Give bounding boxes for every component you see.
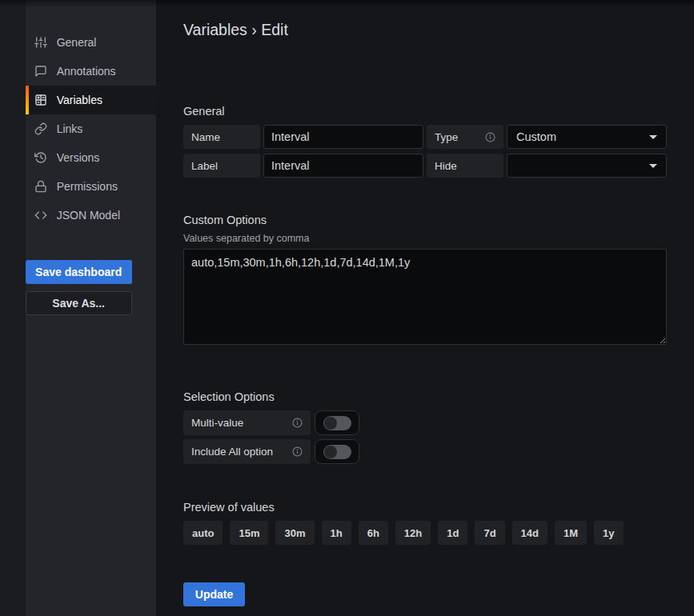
sidebar-item-label: Permissions: [57, 180, 118, 193]
general-form: Name Type Custom Label: [183, 125, 667, 178]
history-icon: [34, 151, 47, 164]
update-button[interactable]: Update: [183, 582, 245, 606]
settings-nav: General Annotations Variables Links: [26, 28, 156, 230]
variables-edit-panel: Variables › Edit General Name Type Custo…: [156, 0, 694, 616]
preview-chip: 12h: [395, 521, 431, 545]
preview-chip: 15m: [230, 521, 268, 545]
toggle-knob: [324, 446, 337, 458]
include-all-label-text: Include All option: [191, 446, 273, 458]
calculator-icon: [34, 94, 47, 106]
custom-options-textarea[interactable]: auto,15m,30m,1h,6h,12h,1d,7d,14d,1M,1y: [183, 249, 667, 345]
sidebar-item-label: Variables: [57, 94, 102, 106]
save-dashboard-button[interactable]: Save dashboard: [26, 260, 132, 284]
hide-field-label-text: Hide: [435, 160, 457, 172]
form-row: Label Hide: [183, 154, 667, 178]
include-all-toggle[interactable]: [315, 439, 359, 464]
hide-select[interactable]: [507, 154, 667, 178]
toggle-knob: [324, 417, 337, 430]
sidebar-item-annotations[interactable]: Annotations: [26, 57, 156, 86]
settings-sidebar: General Annotations Variables Links: [26, 0, 156, 616]
sidebar-actions: Save dashboard Save As...: [26, 260, 132, 315]
type-select[interactable]: Custom: [507, 125, 667, 149]
caret-down-icon: [649, 164, 657, 168]
type-select-value: Custom: [516, 130, 556, 143]
breadcrumb-separator: ›: [251, 21, 257, 38]
sidebar-item-label: JSON Model: [57, 209, 120, 222]
label-field-label: Label: [183, 154, 260, 178]
sidebar-item-json-model[interactable]: JSON Model: [26, 201, 156, 230]
preview-chip: 7d: [475, 521, 504, 545]
sidebar-item-label: Annotations: [57, 65, 116, 78]
label-field-label-text: Label: [191, 160, 218, 172]
breadcrumb-edit: Edit: [261, 21, 288, 38]
include-all-label: Include All option: [183, 439, 311, 464]
multi-value-row: Multi-value: [183, 410, 667, 435]
selection-options-heading: Selection Options: [183, 390, 667, 404]
toggle-track: [323, 445, 351, 459]
name-field-label-text: Name: [191, 131, 220, 143]
save-as-button[interactable]: Save As...: [26, 291, 132, 315]
preview-chip: 6h: [359, 521, 388, 545]
include-all-row: Include All option: [183, 439, 667, 464]
sidebar-item-label: Links: [57, 122, 83, 135]
preview-chip: 1y: [594, 521, 623, 545]
sidebar-item-general[interactable]: General: [26, 28, 156, 57]
preview-chip: 1M: [555, 521, 587, 545]
custom-options-sublabel: Values separated by comma: [183, 233, 667, 245]
info-icon: [292, 418, 303, 428]
preview-heading: Preview of values: [183, 501, 667, 514]
breadcrumb-variables[interactable]: Variables: [183, 21, 247, 38]
sliders-icon: [34, 36, 47, 49]
general-section-heading: General: [183, 105, 667, 118]
preview-chip: 30m: [275, 521, 314, 545]
preview-chip: auto: [183, 521, 223, 545]
sidebar-item-label: General: [57, 36, 97, 49]
name-field-label: Name: [183, 125, 260, 149]
selection-options-form: Multi-value Include All option: [183, 410, 667, 464]
sidebar-item-versions[interactable]: Versions: [26, 143, 156, 172]
preview-values: auto 15m 30m 1h 6h 12h 1d 7d 14d 1M 1y: [183, 521, 667, 545]
info-icon: [292, 446, 303, 457]
custom-options-heading: Custom Options: [183, 214, 667, 227]
multi-value-label-text: Multi-value: [191, 417, 243, 429]
sidebar-item-links[interactable]: Links: [26, 114, 156, 143]
multi-value-toggle[interactable]: [315, 410, 359, 435]
link-icon: [34, 122, 47, 135]
name-input[interactable]: [263, 125, 423, 149]
hide-field-label: Hide: [427, 154, 503, 178]
lock-icon: [34, 180, 47, 193]
sidebar-item-permissions[interactable]: Permissions: [26, 172, 156, 201]
code-brackets-icon: [34, 209, 47, 222]
toggle-track: [323, 416, 351, 430]
label-input[interactable]: [263, 154, 423, 178]
page-title: Variables › Edit: [183, 21, 667, 39]
type-field-label-text: Type: [435, 131, 458, 143]
dashboard-settings-page: General Annotations Variables Links: [0, 0, 694, 616]
comment-icon: [34, 65, 47, 78]
info-icon: [485, 132, 495, 142]
multi-value-label: Multi-value: [183, 410, 311, 435]
sidebar-item-label: Versions: [57, 151, 100, 164]
preview-chip: 1d: [438, 521, 467, 545]
form-row: Name Type Custom: [183, 125, 667, 149]
preview-chip: 1h: [322, 521, 351, 545]
preview-chip: 14d: [512, 521, 548, 545]
page-gutter: [0, 0, 26, 616]
sidebar-item-variables[interactable]: Variables: [26, 86, 156, 114]
type-field-label: Type: [427, 125, 503, 149]
caret-down-icon: [649, 135, 657, 139]
